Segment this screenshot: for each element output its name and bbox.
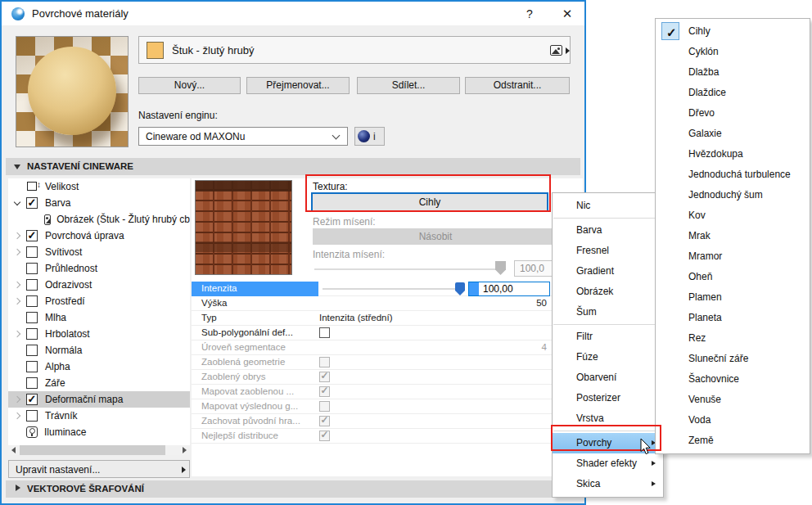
tree-item-pruhlednost[interactable]: Průhlednost — [8, 260, 190, 277]
checkbox[interactable] — [26, 246, 38, 258]
submenu-item-jednoduchy-sum[interactable]: Jednoduchý šum — [656, 185, 810, 205]
tree-item-velikost[interactable]: Velikost — [8, 178, 190, 195]
chevron-collapsed-icon[interactable] — [14, 282, 20, 288]
engine-select[interactable]: Cineware od MAXONu — [138, 127, 348, 146]
menu-item-gradient[interactable]: Gradient — [553, 261, 663, 282]
submenu-item-plamen[interactable]: Plamen — [656, 287, 810, 308]
delete-button[interactable]: Odstranit... — [465, 77, 570, 94]
submenu-item-dlazba[interactable]: Dlažba — [656, 62, 810, 83]
tree-item-svitivost[interactable]: Svítivost — [8, 244, 190, 260]
cinema4d-info-button[interactable]: i — [354, 127, 385, 146]
menu-item-barva[interactable]: Barva — [553, 220, 663, 241]
tree-item-deformacni-mapa[interactable]: Deformační mapa — [8, 391, 190, 408]
checkbox[interactable] — [26, 361, 38, 372]
close-button[interactable]: ✕ — [557, 5, 578, 23]
help-button[interactable]: ? — [519, 5, 540, 23]
tree-item-zare[interactable]: Záře — [8, 375, 190, 391]
submenu-item-drevo[interactable]: Dřevo — [656, 103, 810, 124]
submenu-item-mrak[interactable]: Mrak — [656, 226, 810, 246]
checkbox[interactable] — [26, 328, 38, 340]
submenu-item-jednoducha-turbulence[interactable]: Jednoduchá turbulence — [656, 165, 810, 185]
image-icon[interactable] — [550, 45, 562, 56]
submenu-item-galaxie[interactable]: Galaxie — [656, 124, 810, 144]
checkbox[interactable] — [26, 230, 38, 241]
chevron-collapsed-icon[interactable] — [14, 298, 20, 304]
rename-button[interactable]: Přejmenovat... — [246, 77, 350, 94]
intensity-slider[interactable] — [323, 288, 462, 290]
tree-item-povrchova-uprava[interactable]: Povrchová úprava — [8, 228, 190, 244]
tree-horizontal-scrollbar[interactable] — [8, 445, 190, 455]
menu-item-shader-efekty[interactable]: Shader efekty — [553, 453, 663, 474]
share-button[interactable]: Sdílet... — [357, 77, 460, 94]
menu-item-posterizer[interactable]: Posterizer — [553, 388, 663, 408]
material-name-field[interactable]: Štuk - žlutý hrubý — [138, 36, 571, 64]
table-row-intenzita[interactable]: Intenzita 100,00 — [192, 282, 552, 296]
chevron-collapsed-icon[interactable] — [14, 249, 20, 255]
menu-item-fuze[interactable]: Fúze — [553, 347, 663, 367]
checkbox[interactable] — [319, 327, 330, 338]
menu-item-obrazek[interactable]: Obrázek — [553, 282, 663, 302]
submenu-item-venuse[interactable]: Venuše — [656, 390, 810, 410]
tree-item-barva[interactable]: Barva — [8, 195, 190, 211]
submenu-item-dlazdice[interactable]: Dlaždice — [656, 83, 810, 103]
submenu-item-kov[interactable]: Kov — [656, 205, 810, 226]
chevron-collapsed-icon[interactable] — [14, 331, 20, 337]
illumination-icon — [26, 426, 38, 438]
menu-item-fresnel[interactable]: Fresnel — [553, 241, 663, 261]
tree-item-mlha[interactable]: Mlha — [8, 309, 190, 326]
section-cineware[interactable]: NASTAVENÍ CINEWARE — [6, 158, 580, 175]
scroll-left-icon[interactable] — [11, 447, 16, 453]
checkbox — [319, 401, 330, 412]
submenu-item-mramor[interactable]: Mramor — [656, 246, 810, 267]
checkbox[interactable] — [26, 394, 38, 405]
checkbox[interactable] — [26, 279, 38, 291]
checkbox[interactable] — [26, 295, 38, 307]
tree-item-normala[interactable]: Normála — [8, 342, 190, 358]
scroll-right-icon[interactable] — [183, 447, 187, 453]
chevron-collapsed-icon[interactable] — [14, 232, 20, 239]
tree-item-obrazek[interactable]: Obrázek (Štuk - Žlutý hrubý cb — [8, 211, 190, 228]
submenu-item-rez[interactable]: Rez — [656, 328, 810, 349]
checkbox[interactable] — [26, 197, 38, 209]
submenu-item-cihly[interactable]: Cihly — [656, 21, 810, 42]
checkbox[interactable] — [26, 410, 38, 422]
tree-item-prostredi[interactable]: Prostředí — [8, 293, 190, 309]
submenu-item-cyklon[interactable]: Cyklón — [656, 42, 810, 62]
chevron-collapsed-icon[interactable] — [14, 413, 20, 419]
tree-item-alpha[interactable]: Alpha — [8, 358, 190, 375]
checkbox[interactable] — [26, 377, 38, 389]
material-name: Štuk - žlutý hrubý — [172, 44, 254, 56]
tree-item-travnik[interactable]: Trávník — [8, 408, 190, 424]
new-button[interactable]: Nový... — [138, 77, 241, 94]
tree-item-hrbolatost[interactable]: Hrbolatost — [8, 326, 190, 342]
submenu-item-ohen[interactable]: Oheň — [656, 267, 810, 287]
checkbox[interactable] — [26, 263, 38, 274]
table-row-typ[interactable]: Typ Intenzita (střední) — [192, 311, 552, 326]
section-vector-hatching[interactable]: VEKTOROVÉ ŠRAFOVÁNÍ — [6, 480, 580, 498]
table-row-subpolygonalni[interactable]: Sub-polygonální def... — [192, 326, 552, 340]
submenu-item-hvezdokupa[interactable]: Hvězdokupa — [656, 144, 810, 165]
chevron-expanded-icon[interactable] — [14, 198, 20, 205]
menu-item-skica[interactable]: Skica — [553, 474, 663, 494]
intensity-input[interactable]: 100,00 — [468, 282, 550, 296]
flyout-arrow-icon[interactable] — [566, 47, 570, 54]
intensity-slider-thumb[interactable] — [455, 282, 465, 295]
checkbox[interactable] — [26, 312, 38, 323]
submenu-item-sachovnice[interactable]: Šachovnice — [656, 369, 810, 390]
menu-item-sum[interactable]: Šum — [553, 302, 663, 322]
submenu-item-slunecni-zare[interactable]: Sluneční záře — [656, 349, 810, 369]
submenu-item-zeme[interactable]: Země — [656, 431, 810, 451]
menu-item-filtr[interactable]: Filtr — [553, 327, 663, 347]
menu-item-obarveni[interactable]: Obarvení — [553, 367, 663, 388]
tree-item-odrazivost[interactable]: Odrazivost — [8, 277, 190, 293]
submenu-item-voda[interactable]: Voda — [656, 410, 810, 431]
checkbox[interactable] — [26, 345, 38, 356]
table-row-vyska[interactable]: Výška 50 — [192, 296, 552, 311]
edit-settings-button[interactable]: Upravit nastavení... — [8, 460, 190, 478]
submenu-item-planeta[interactable]: Planeta — [656, 308, 810, 328]
scrollbar-thumb[interactable] — [20, 445, 165, 455]
material-preview — [16, 36, 129, 147]
chevron-collapsed-icon[interactable] — [14, 396, 20, 403]
menu-item-nic[interactable]: Nic — [553, 196, 663, 216]
tree-item-iluminace[interactable]: Iluminace — [8, 424, 190, 440]
